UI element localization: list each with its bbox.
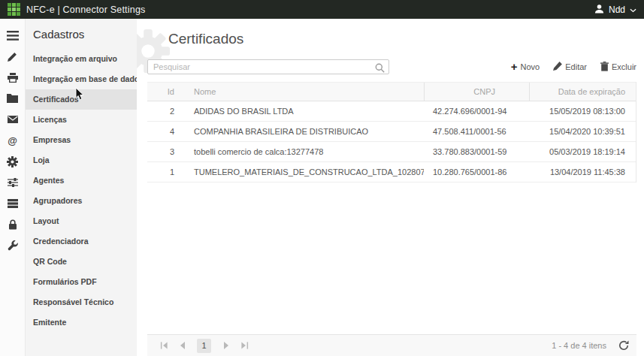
plus-icon: + bbox=[511, 62, 518, 71]
table-actions: + Novo Editar Excluir bbox=[511, 62, 636, 73]
pagination-summary: 1 - 4 de 4 itens bbox=[552, 341, 606, 350]
table-row[interactable]: 2 ADIDAS DO BRASIL LTDA 42.274.696/0001-… bbox=[147, 101, 636, 122]
sidebar: Cadastros Integração em arquivoIntegraçã… bbox=[26, 19, 137, 356]
cell-cnpj: 33.780.883/0001-59 bbox=[424, 147, 529, 156]
user-icon bbox=[594, 4, 604, 16]
sidebar-item-label: Empresas bbox=[33, 135, 71, 144]
edit-button-label: Editar bbox=[565, 62, 587, 71]
sidebar-item-label: Emitente bbox=[33, 318, 66, 327]
cell-expiracao: 15/05/2019 08:13:00 bbox=[529, 107, 636, 116]
sidebar-item-label: Agrupadores bbox=[33, 196, 82, 205]
cell-id: 3 bbox=[147, 147, 185, 156]
cell-cnpj: 42.274.696/0001-94 bbox=[424, 107, 529, 116]
sidebar-item-empresas[interactable]: Empresas bbox=[26, 130, 137, 150]
folder-icon[interactable] bbox=[0, 88, 25, 109]
cell-id: 1 bbox=[147, 167, 185, 176]
app-title: NFC-e | Connector Settings bbox=[26, 5, 146, 15]
sidebar-item-label: Licenças bbox=[33, 115, 67, 124]
column-header-expiracao[interactable]: Data de expiração bbox=[529, 83, 636, 101]
cell-id: 4 bbox=[147, 127, 185, 136]
pen-icon[interactable] bbox=[0, 46, 25, 67]
column-header-cnpj[interactable]: CNPJ bbox=[424, 83, 529, 101]
column-header-id[interactable]: Id bbox=[147, 83, 185, 101]
prev-page-icon[interactable] bbox=[173, 338, 191, 353]
search-icon[interactable] bbox=[375, 62, 385, 76]
ndd-logo bbox=[8, 3, 20, 16]
column-header-nome[interactable]: Nome bbox=[185, 83, 424, 101]
user-menu[interactable]: Ndd bbox=[594, 4, 636, 16]
printer-icon[interactable] bbox=[0, 67, 25, 88]
pagination-bar: 1 1 - 4 de 4 itens bbox=[147, 334, 636, 356]
sidebar-item-loja[interactable]: Loja bbox=[26, 150, 137, 170]
sidebar-item-label: Responsável Técnico bbox=[33, 297, 113, 306]
sidebar-item-label: Layout bbox=[33, 216, 59, 225]
cell-expiracao: 15/04/2020 10:39:51 bbox=[529, 127, 636, 136]
sidebar-item-label: Formulários PDF bbox=[33, 277, 97, 286]
sidebar-item-emitente[interactable]: Emitente bbox=[26, 312, 137, 333]
cell-nome: COMPANHIA BRASILEIRA DE DISTRIBUICAO bbox=[185, 127, 424, 136]
mail-icon[interactable] bbox=[0, 109, 25, 130]
menu-icon[interactable] bbox=[0, 25, 25, 46]
sidebar-item-responsavel-tecnico[interactable]: Responsável Técnico bbox=[26, 292, 137, 312]
sliders-icon[interactable] bbox=[0, 172, 25, 193]
new-button[interactable]: + Novo bbox=[511, 62, 540, 73]
cell-cnpj: 47.508.411/0001-56 bbox=[424, 127, 529, 136]
gear-icon[interactable] bbox=[0, 151, 25, 172]
sidebar-item-label: Credenciadora bbox=[33, 237, 89, 246]
sidebar-item-label: QR Code bbox=[33, 257, 67, 266]
lock-icon[interactable] bbox=[0, 214, 25, 235]
sidebar-item-label: Agentes bbox=[33, 176, 64, 185]
search-input[interactable] bbox=[147, 59, 389, 74]
app-window: NFC-e | Connector Settings Ndd @ Cadastr… bbox=[0, 0, 644, 356]
trash-icon bbox=[600, 62, 609, 73]
first-page-icon[interactable] bbox=[155, 338, 173, 353]
sidebar-menu: Integração em arquivoIntegração em base … bbox=[26, 49, 137, 333]
sidebar-item-agentes[interactable]: Agentes bbox=[26, 170, 137, 191]
last-page-icon[interactable] bbox=[235, 338, 253, 353]
sidebar-item-integracao-em-base-de-dados[interactable]: Integração em base de dados bbox=[26, 69, 137, 89]
cell-cnpj: 10.280.765/0001-86 bbox=[424, 167, 529, 176]
sidebar-item-licencas[interactable]: Licenças bbox=[26, 110, 137, 130]
table-row[interactable]: 1 TUMELERO_MATERIAIS_DE_CONSTRUCAO_LTDA_… bbox=[147, 162, 636, 183]
table-row[interactable]: 3 tobelli comercio de calca:13277478 33.… bbox=[147, 142, 636, 162]
table-header: Id Nome CNPJ Data de expiração bbox=[147, 82, 636, 101]
cell-nome: TUMELERO_MATERIAIS_DE_CONSTRUCAO_LTDA_10… bbox=[185, 167, 424, 176]
icon-rail: @ bbox=[0, 19, 26, 356]
certificates-table: Id Nome CNPJ Data de expiração 2 ADIDAS … bbox=[147, 82, 636, 183]
sidebar-item-label: Loja bbox=[33, 155, 50, 164]
svg-text:@: @ bbox=[8, 135, 17, 146]
at-icon[interactable]: @ bbox=[0, 130, 25, 151]
sidebar-title: Cadastros bbox=[26, 19, 137, 49]
cell-expiracao: 13/04/2019 11:45:38 bbox=[529, 167, 636, 176]
next-page-icon[interactable] bbox=[217, 338, 235, 353]
sidebar-item-agrupadores[interactable]: Agrupadores bbox=[26, 191, 137, 211]
sidebar-item-formularios-pdf[interactable]: Formulários PDF bbox=[26, 272, 137, 292]
search-box bbox=[147, 59, 389, 74]
sidebar-item-integracao-em-arquivo[interactable]: Integração em arquivo bbox=[26, 49, 137, 69]
page-number[interactable]: 1 bbox=[197, 339, 211, 353]
sidebar-item-layout[interactable]: Layout bbox=[26, 211, 137, 231]
edit-button[interactable]: Editar bbox=[553, 62, 587, 73]
refresh-icon[interactable] bbox=[618, 340, 629, 351]
toolbar-row: + Novo Editar Excluir bbox=[147, 59, 636, 74]
sidebar-item-qr-code[interactable]: QR Code bbox=[26, 252, 137, 272]
cell-id: 2 bbox=[147, 107, 185, 116]
table-row[interactable]: 4 COMPANHIA BRASILEIRA DE DISTRIBUICAO 4… bbox=[147, 122, 636, 142]
cell-nome: ADIDAS DO BRASIL LTDA bbox=[185, 107, 424, 116]
pagination-info: 1 - 4 de 4 itens bbox=[552, 340, 629, 351]
sidebar-item-certificados[interactable]: Certificados bbox=[26, 89, 137, 110]
pencil-icon bbox=[553, 62, 562, 72]
chevron-down-icon bbox=[630, 5, 636, 15]
sidebar-item-label: Certificados bbox=[33, 95, 79, 104]
delete-button-label: Excluir bbox=[612, 62, 636, 71]
wrench-icon[interactable] bbox=[0, 235, 25, 256]
sidebar-item-credenciadora[interactable]: Credenciadora bbox=[26, 231, 137, 252]
topbar: NFC-e | Connector Settings Ndd bbox=[0, 0, 644, 19]
user-name: Ndd bbox=[609, 5, 625, 15]
sidebar-item-label: Integração em base de dados bbox=[33, 74, 137, 83]
sidebar-item-label: Integração em arquivo bbox=[33, 54, 117, 63]
new-button-label: Novo bbox=[521, 62, 540, 71]
rows-icon[interactable] bbox=[0, 193, 25, 214]
delete-button[interactable]: Excluir bbox=[600, 62, 636, 73]
page-title: Certificados bbox=[168, 31, 644, 47]
